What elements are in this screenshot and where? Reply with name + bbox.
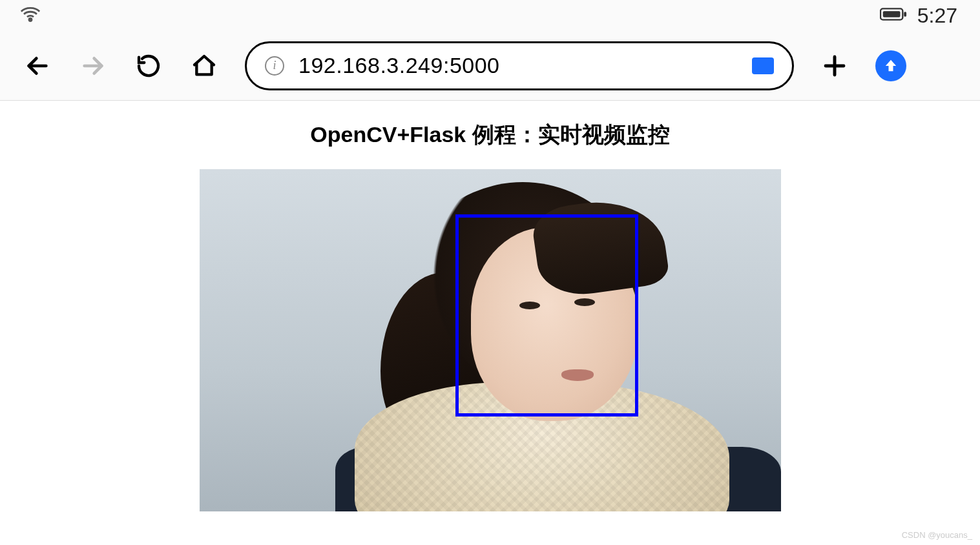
battery-icon bbox=[880, 6, 907, 25]
status-right: 5:27 bbox=[880, 4, 957, 28]
site-info-icon[interactable]: i bbox=[265, 56, 284, 76]
status-left bbox=[19, 3, 41, 28]
address-bar[interactable]: i 192.168.3.249:5000 bbox=[245, 41, 794, 90]
forward-button[interactable] bbox=[78, 51, 108, 81]
page-content: OpenCV+Flask 例程：实时视频监控 CSDN @youcans_ bbox=[0, 101, 980, 545]
clock: 5:27 bbox=[917, 4, 957, 28]
face-detection-box bbox=[455, 214, 638, 416]
upload-button[interactable] bbox=[875, 50, 906, 81]
video-stream bbox=[200, 169, 781, 511]
url-text: 192.168.3.249:5000 bbox=[298, 53, 738, 78]
cast-icon[interactable] bbox=[752, 57, 774, 74]
back-button[interactable] bbox=[23, 51, 52, 81]
svg-point-0 bbox=[29, 19, 32, 21]
home-button[interactable] bbox=[189, 51, 219, 81]
svg-rect-3 bbox=[904, 12, 906, 17]
wifi-icon bbox=[19, 3, 41, 28]
watermark: CSDN @youcans_ bbox=[902, 530, 972, 540]
status-bar: 5:27 bbox=[0, 0, 980, 31]
svg-rect-2 bbox=[882, 11, 900, 17]
page-title: OpenCV+Flask 例程：实时视频监控 bbox=[0, 120, 980, 150]
browser-toolbar: i 192.168.3.249:5000 bbox=[0, 31, 980, 101]
new-tab-button[interactable] bbox=[820, 51, 850, 81]
reload-button[interactable] bbox=[134, 51, 163, 81]
